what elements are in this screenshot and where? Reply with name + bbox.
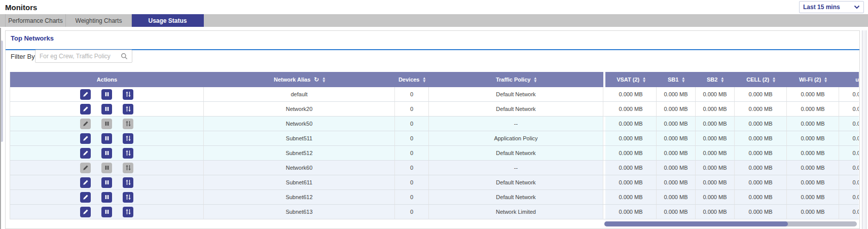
devices-cell: 0 <box>395 87 429 101</box>
pause-icon <box>103 164 111 171</box>
traffic-shaper-button[interactable] <box>123 148 133 159</box>
edit-icon <box>82 149 89 157</box>
sort-carets-icon[interactable]: ▲▼ <box>423 77 425 83</box>
tab-usage-status[interactable]: Usage Status <box>132 14 204 27</box>
edit-button <box>80 163 91 173</box>
section-title: Top Networks <box>11 34 54 42</box>
traffic-policy-cell: Network Limited <box>429 205 603 219</box>
pause-button[interactable] <box>101 133 112 144</box>
sort-carets-icon[interactable]: ▲▼ <box>721 77 724 83</box>
sort-carets-icon[interactable]: ▲▼ <box>534 77 536 83</box>
sort-carets-icon[interactable]: ▲▼ <box>322 77 325 83</box>
column-label: Wi-Fi (2) <box>799 77 821 83</box>
tab-bar: Performance Charts Weighting Charts Usag… <box>0 14 868 27</box>
sb1-usage-cell: 0.000 MB <box>657 146 696 160</box>
column-label: SB1 <box>668 77 678 83</box>
pause-icon <box>103 194 111 201</box>
horizontal-scrollbar-track[interactable] <box>604 221 857 226</box>
pause-button[interactable] <box>101 104 112 114</box>
network-alias-cell: Subnet613 <box>204 205 395 219</box>
traffic-policy-cell: Application Policy <box>429 131 603 145</box>
traffic-shaper-button[interactable] <box>123 89 133 100</box>
vsat-usage-cell: 0.000 MB <box>605 131 657 145</box>
pause-button[interactable] <box>101 207 112 217</box>
updown-arrows-icon <box>125 120 132 127</box>
tab-weighting-charts[interactable]: Weighting Charts <box>66 14 132 27</box>
actions-cell <box>10 190 204 204</box>
vsat-usage-cell: 0.000 MB <box>605 190 657 204</box>
edit-button[interactable] <box>80 177 91 188</box>
vsat-usage-cell: 0.000 MB <box>605 205 657 219</box>
sort-carets-icon[interactable]: ▲▼ <box>643 77 645 83</box>
refresh-icon[interactable]: ↻ <box>314 77 319 83</box>
filter-input[interactable] <box>35 53 121 60</box>
ue-usage-cell: 0.000 MB <box>839 87 859 101</box>
column-header-actions: Actions <box>10 72 204 87</box>
traffic-policy-cell: Default Network <box>429 102 603 116</box>
column-header-cell[interactable]: CELL (2)▲▼ <box>735 72 787 87</box>
traffic-shaper-button[interactable] <box>123 207 133 217</box>
pause-icon <box>103 120 111 127</box>
edit-button[interactable] <box>80 148 91 159</box>
column-header-alias[interactable]: Network Alias↻▲▼ <box>204 72 395 87</box>
network-alias-cell: Network50 <box>204 117 395 131</box>
column-header-vsat[interactable]: VSAT (2)▲▼ <box>605 72 657 87</box>
table-row: default0Default Network0.000 MB0.000 MB0… <box>10 87 859 102</box>
sb2-usage-cell: 0.000 MB <box>696 175 735 189</box>
pause-button[interactable] <box>101 192 112 203</box>
network-alias-cell: Network60 <box>204 161 395 175</box>
wifi-usage-cell: 0.000 MB <box>787 161 839 175</box>
sort-carets-icon[interactable]: ▲▼ <box>773 77 775 83</box>
ue-usage-cell: 0.000 MB <box>839 190 859 204</box>
column-header-wifi[interactable]: Wi-Fi (2)▲▼ <box>787 72 839 87</box>
vsat-usage-cell: 0.000 MB <box>605 102 657 116</box>
pause-icon <box>103 105 111 112</box>
column-header-sb1[interactable]: SB1▲▼ <box>657 72 696 87</box>
edit-icon <box>82 105 89 112</box>
pause-icon <box>103 179 111 186</box>
column-header-sb2[interactable]: SB2▲▼ <box>696 72 735 87</box>
table-row: Subnet6110Default Network0.000 MB0.000 M… <box>10 175 859 190</box>
column-header-ue[interactable]: u_Et▲▼ <box>839 72 859 87</box>
table-header: ActionsNetwork Alias↻▲▼Devices▲▼Traffic … <box>10 72 859 87</box>
column-header-devices[interactable]: Devices▲▼ <box>395 72 429 87</box>
edit-button[interactable] <box>80 207 91 217</box>
edit-button[interactable] <box>80 89 91 100</box>
search-icon[interactable] <box>121 53 128 60</box>
traffic-shaper-button[interactable] <box>123 177 133 188</box>
ue-usage-cell: 0.000 MB <box>839 161 859 175</box>
updown-arrows-icon <box>125 194 132 201</box>
traffic-shaper-button <box>123 119 133 129</box>
sort-carets-icon[interactable]: ▲▼ <box>824 77 827 83</box>
table-row: Network600--0.000 MB0.000 MB0.000 MB0.00… <box>10 161 859 175</box>
actions-cell <box>10 102 204 116</box>
updown-arrows-icon <box>125 164 132 171</box>
sb1-usage-cell: 0.000 MB <box>657 87 696 101</box>
horizontal-scrollbar-thumb[interactable] <box>604 221 788 226</box>
column-header-policy[interactable]: Traffic Policy▲▼ <box>429 72 603 87</box>
sb2-usage-cell: 0.000 MB <box>696 205 735 219</box>
pause-button[interactable] <box>101 148 112 159</box>
table-row: Subnet5110Application Policy0.000 MB0.00… <box>10 131 859 146</box>
table-body: default0Default Network0.000 MB0.000 MB0… <box>10 87 859 219</box>
edit-icon <box>82 91 89 98</box>
tab-performance-charts[interactable]: Performance Charts <box>5 14 66 27</box>
cell-usage-cell: 0.000 MB <box>735 117 787 131</box>
pause-button[interactable] <box>101 177 112 188</box>
top-networks-table: ActionsNetwork Alias↻▲▼Devices▲▼Traffic … <box>10 72 859 219</box>
ue-usage-cell: 0.000 MB <box>839 146 859 160</box>
edit-button[interactable] <box>80 133 91 144</box>
traffic-shaper-button[interactable] <box>123 104 133 114</box>
pause-icon <box>103 149 111 157</box>
time-range-dropdown[interactable]: Last 15 mins <box>799 1 864 13</box>
edit-button[interactable] <box>80 104 91 114</box>
edit-button[interactable] <box>80 192 91 203</box>
updown-arrows-icon <box>125 91 132 98</box>
page-title: Monitors <box>5 3 37 12</box>
pause-button[interactable] <box>101 89 112 100</box>
traffic-shaper-button[interactable] <box>123 192 133 203</box>
vertical-scrollbar-track[interactable] <box>862 30 866 229</box>
traffic-shaper-button[interactable] <box>123 133 133 144</box>
pause-button <box>101 163 112 173</box>
sort-carets-icon[interactable]: ▲▼ <box>682 77 684 83</box>
